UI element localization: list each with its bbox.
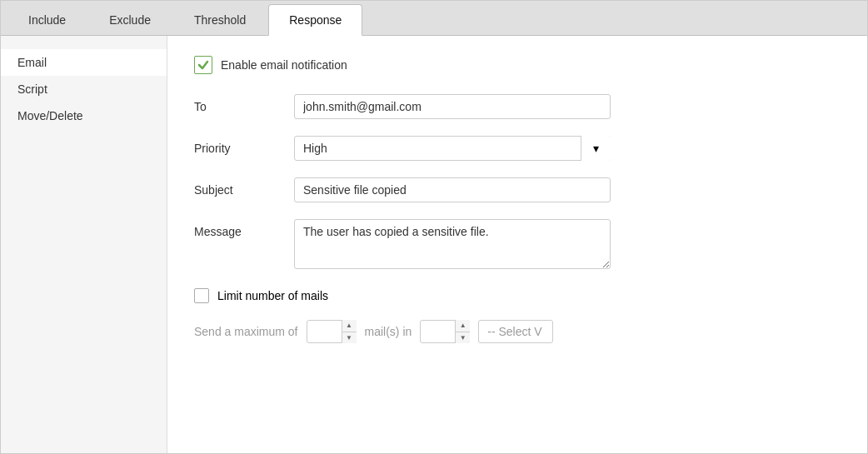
sidebar-item-script[interactable]: Script	[1, 76, 167, 102]
message-label: Message	[194, 219, 294, 238]
main-content: Email Script Move/Delete Enable email no…	[1, 36, 867, 453]
priority-select-wrapper: Low Medium High Critical ▾	[294, 136, 611, 161]
limit-row: Limit number of mails	[194, 288, 841, 303]
send-row: Send a maximum of ▲ ▼ mail(s) in ▲ ▼	[194, 320, 841, 343]
send-label: Send a maximum of	[194, 325, 298, 338]
message-control-wrapper: The user has copied a sensitive file.	[294, 219, 841, 272]
interval-spinner-down[interactable]: ▼	[456, 332, 470, 344]
interval-spinner-wrapper: ▲ ▼	[420, 320, 470, 343]
to-row: To	[194, 94, 841, 119]
message-row: Message The user has copied a sensitive …	[194, 219, 841, 272]
enable-row: Enable email notification	[194, 56, 841, 74]
mails-in-label: mail(s) in	[365, 325, 412, 338]
tab-include[interactable]: Include	[7, 4, 87, 35]
enable-checkbox[interactable]	[194, 56, 212, 74]
interval-spinner-arrows: ▲ ▼	[455, 320, 470, 343]
select-partial-button[interactable]: -- Select V	[478, 320, 553, 343]
subject-label: Subject	[194, 177, 294, 197]
tab-response[interactable]: Response	[268, 4, 362, 36]
tab-threshold[interactable]: Threshold	[173, 4, 267, 35]
mails-spinner-arrows: ▲ ▼	[342, 320, 357, 343]
sidebar-item-movedelete[interactable]: Move/Delete	[1, 102, 167, 129]
mails-spinner-wrapper: ▲ ▼	[307, 320, 357, 343]
to-control-wrapper	[294, 94, 841, 119]
priority-control-wrapper: Low Medium High Critical ▾	[294, 136, 841, 161]
priority-row: Priority Low Medium High Critical ▾	[194, 136, 841, 161]
priority-label: Priority	[194, 136, 294, 155]
limit-checkbox[interactable]	[194, 288, 209, 303]
enable-label: Enable email notification	[221, 58, 347, 72]
interval-spinner-up[interactable]: ▲	[456, 320, 470, 332]
priority-select[interactable]: Low Medium High Critical	[294, 136, 611, 161]
to-label: To	[194, 94, 294, 113]
sidebar: Email Script Move/Delete	[1, 36, 167, 453]
mails-spinner-down[interactable]: ▼	[342, 332, 357, 344]
to-input[interactable]	[294, 94, 611, 119]
message-textarea[interactable]: The user has copied a sensitive file.	[294, 219, 611, 269]
subject-input[interactable]	[294, 177, 611, 202]
app-container: Include Exclude Threshold Response Email…	[0, 0, 868, 454]
sidebar-item-email[interactable]: Email	[1, 49, 167, 76]
subject-control-wrapper	[294, 177, 841, 202]
mails-spinner-up[interactable]: ▲	[342, 320, 357, 332]
subject-row: Subject	[194, 177, 841, 202]
tab-exclude[interactable]: Exclude	[88, 4, 172, 35]
limit-label: Limit number of mails	[217, 289, 328, 302]
enable-checkbox-wrapper: Enable email notification	[194, 56, 347, 74]
tab-bar: Include Exclude Threshold Response	[1, 1, 867, 36]
form-area: Enable email notification To Priority Lo…	[167, 36, 867, 453]
